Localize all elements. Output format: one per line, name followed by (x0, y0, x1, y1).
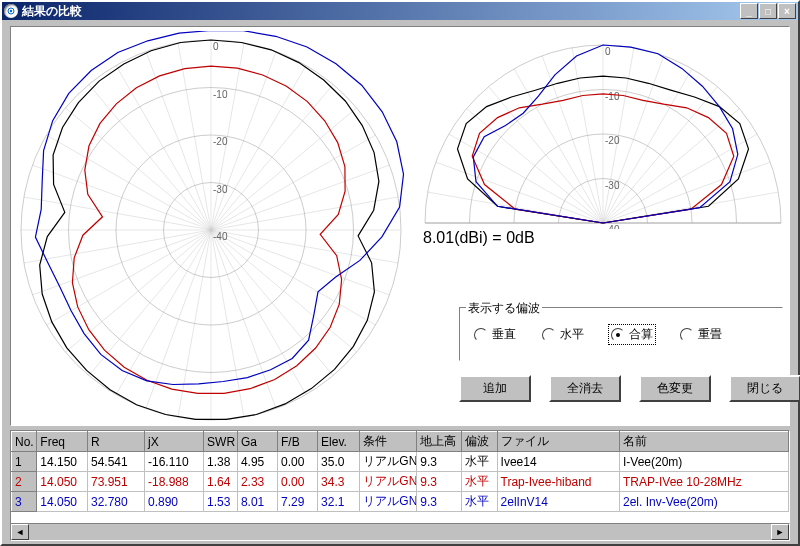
table-header[interactable]: ファイル (497, 432, 619, 452)
table-cell: 9.3 (417, 492, 461, 512)
radio-label: 水平 (560, 326, 584, 343)
table-cell: 32.1 (318, 492, 360, 512)
client-area: 0-10-20-30-40 0-10-20-30-40 8.01(dBi) = … (2, 20, 798, 544)
table-cell: 14.050 (37, 492, 88, 512)
radio-dot-icon (474, 328, 488, 342)
table-header[interactable]: 偏波 (461, 432, 497, 452)
table-cell: 0.00 (278, 452, 318, 472)
table-cell: Trap-Ivee-hiband (497, 472, 619, 492)
table-cell: 水平 (461, 472, 497, 492)
table-cell: 0.890 (145, 492, 204, 512)
gain-label: 8.01(dBi) = 0dB (423, 229, 535, 247)
close-button[interactable]: 閉じる (729, 375, 800, 402)
table-cell: I-Vee(20m) (620, 452, 789, 472)
row-header[interactable]: 2 (12, 472, 37, 492)
table-cell: 2.33 (237, 472, 277, 492)
table-cell: 9.3 (417, 472, 461, 492)
app-icon (4, 4, 18, 18)
table-cell: 1.64 (204, 472, 238, 492)
results-table[interactable]: No.FreqRjXSWRGaF/BElev.条件地上高偏波ファイル名前114.… (10, 430, 790, 530)
radio-label: 重畳 (698, 326, 722, 343)
svg-text:-20: -20 (213, 136, 228, 147)
table-row[interactable]: 314.05032.7800.8901.538.017.2932.1リアルGND… (12, 492, 789, 512)
table-header[interactable]: 名前 (620, 432, 789, 452)
row-header[interactable]: 1 (12, 452, 37, 472)
table-cell: 1.53 (204, 492, 238, 512)
minimize-button[interactable]: _ (740, 3, 758, 19)
svg-text:0: 0 (213, 41, 219, 52)
polarization-radio-1[interactable]: 水平 (540, 324, 586, 345)
table-cell: リアルGND (360, 452, 417, 472)
table-cell: TRAP-IVee 10-28MHz (620, 472, 789, 492)
table-cell: Ivee14 (497, 452, 619, 472)
polarization-group: 表示する偏波 垂直水平合算重畳 (459, 307, 783, 361)
svg-text:-10: -10 (213, 89, 228, 100)
table-header[interactable]: 地上高 (417, 432, 461, 452)
maximize-button[interactable]: □ (759, 3, 777, 19)
change-color-button[interactable]: 色変更 (639, 375, 711, 402)
table-cell: -18.988 (145, 472, 204, 492)
table-header[interactable]: No. (12, 432, 37, 452)
table-row[interactable]: 114.15054.541-16.1101.384.950.0035.0リアルG… (12, 452, 789, 472)
table-cell: 1.38 (204, 452, 238, 472)
scroll-left-button[interactable]: ◄ (11, 524, 29, 540)
svg-text:-10: -10 (605, 91, 620, 102)
polarization-radio-3[interactable]: 重畳 (678, 324, 724, 345)
window: 結果の比較 _ □ × 0-10-20-30-40 0-10-20-30-40 … (0, 0, 800, 546)
table-cell: 2elInV14 (497, 492, 619, 512)
svg-text:-40: -40 (213, 231, 228, 242)
scroll-right-button[interactable]: ► (771, 524, 789, 540)
table-cell: 水平 (461, 452, 497, 472)
table-header[interactable]: 条件 (360, 432, 417, 452)
add-button[interactable]: 追加 (459, 375, 531, 402)
radio-label: 垂直 (492, 326, 516, 343)
table-cell: 54.541 (88, 452, 145, 472)
table-header[interactable]: Freq (37, 432, 88, 452)
svg-text:0: 0 (605, 46, 611, 57)
table-cell: リアルGND (360, 492, 417, 512)
table-header[interactable]: F/B (278, 432, 318, 452)
svg-point-1 (10, 10, 12, 12)
table-cell: 14.150 (37, 452, 88, 472)
table-cell: 8.01 (237, 492, 277, 512)
svg-text:-30: -30 (213, 184, 228, 195)
clear-all-button[interactable]: 全消去 (549, 375, 621, 402)
svg-text:-20: -20 (605, 135, 620, 146)
svg-text:-30: -30 (605, 180, 620, 191)
close-window-button[interactable]: × (778, 3, 796, 19)
elevation-chart: 0-10-20-30-40 (419, 31, 787, 229)
table-cell: -16.110 (145, 452, 204, 472)
radio-label: 合算 (629, 326, 653, 343)
titlebar[interactable]: 結果の比較 _ □ × (2, 2, 798, 20)
horizontal-scrollbar[interactable]: ◄ ► (10, 523, 790, 541)
polarization-legend: 表示する偏波 (466, 300, 542, 317)
table-header[interactable]: SWR (204, 432, 238, 452)
table-cell: 34.3 (318, 472, 360, 492)
table-cell: 水平 (461, 492, 497, 512)
row-header[interactable]: 3 (12, 492, 37, 512)
radio-dot-icon (611, 328, 625, 342)
table-cell: 32.780 (88, 492, 145, 512)
polarization-radio-2[interactable]: 合算 (608, 324, 656, 345)
table-cell: 7.29 (278, 492, 318, 512)
table-header[interactable]: R (88, 432, 145, 452)
table-cell: 4.95 (237, 452, 277, 472)
table-cell: 9.3 (417, 452, 461, 472)
table-cell: 35.0 (318, 452, 360, 472)
window-title: 結果の比較 (22, 3, 740, 20)
chart-pane: 0-10-20-30-40 0-10-20-30-40 8.01(dBi) = … (10, 26, 790, 426)
table-cell: 73.951 (88, 472, 145, 492)
table-cell: リアルGND (360, 472, 417, 492)
radio-dot-icon (680, 328, 694, 342)
table-header[interactable]: jX (145, 432, 204, 452)
table-cell: 0.00 (278, 472, 318, 492)
radio-dot-icon (542, 328, 556, 342)
svg-text:-40: -40 (605, 224, 620, 229)
table-row[interactable]: 214.05073.951-18.9881.642.330.0034.3リアルG… (12, 472, 789, 492)
azimuth-chart: 0-10-20-30-40 (11, 31, 411, 429)
polarization-radio-0[interactable]: 垂直 (472, 324, 518, 345)
table-cell: 2el. Inv-Vee(20m) (620, 492, 789, 512)
table-header[interactable]: Elev. (318, 432, 360, 452)
table-cell: 14.050 (37, 472, 88, 492)
table-header[interactable]: Ga (237, 432, 277, 452)
